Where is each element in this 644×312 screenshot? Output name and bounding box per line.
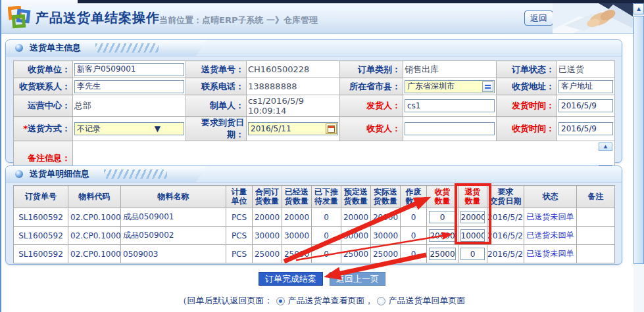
- returned-qty-input-0[interactable]: [460, 211, 485, 223]
- ship-time-input[interactable]: [558, 99, 613, 112]
- scroll-up-icon[interactable]: [633, 3, 644, 14]
- contact-phone-value: 138888888: [247, 78, 340, 95]
- cell-actual-qty: 20000: [371, 208, 401, 227]
- cell-returned-qty: [458, 208, 487, 227]
- label-delivery-no: 送货单号：: [186, 61, 247, 78]
- cell-returned-qty: [458, 245, 487, 263]
- required-date-value: 2016/5/11: [249, 124, 326, 133]
- table-row: SL1600592 02.CP0.10003 成品0509001 PCS 200…: [14, 208, 615, 227]
- received-qty-input-2[interactable]: [429, 248, 456, 260]
- delivery-method-value: 不记录: [75, 123, 130, 135]
- label-ship-time: 发货时间：: [497, 95, 557, 117]
- label-shipper: 发货人：: [340, 95, 403, 117]
- returned-qty-input-2[interactable]: [460, 248, 485, 260]
- cell-received-qty: [427, 227, 458, 245]
- page-scrollbar[interactable]: [633, 3, 644, 312]
- cell-unit: PCS: [226, 245, 253, 263]
- col-order-no: 订货单号: [14, 186, 68, 208]
- label-province-city: 所在省市县：: [340, 78, 403, 95]
- cell-pending-push-qty: 0: [312, 227, 341, 245]
- col-item-code: 物料代码: [68, 186, 121, 208]
- delivery-method-select[interactable]: 不记录: [74, 122, 184, 135]
- col-required-date: 要求 交货日期: [487, 186, 524, 208]
- cell-item-code: 02.CP0.10003: [68, 208, 121, 227]
- detail-section-title: 送货单明细信息: [30, 168, 89, 180]
- cell-contract-qty: 25000: [253, 245, 282, 263]
- cell-receiver-contact: [73, 78, 186, 95]
- cell-pending-push-qty: 0: [312, 245, 341, 263]
- detail-panel: 送货单明细信息 订货单号 物料代码 物料名称 计量 单位 合同订 货数量 已经送…: [5, 166, 622, 265]
- receiver-unit-input[interactable]: [74, 63, 184, 76]
- label-order-type: 订单类别：: [340, 61, 403, 78]
- cell-pending-push-qty: 0: [312, 208, 341, 227]
- cell-receive-time: [557, 117, 615, 141]
- cell-received-qty: [427, 208, 458, 227]
- cell-unit: PCS: [226, 208, 253, 227]
- cell-contract-qty: 20000: [253, 208, 282, 227]
- receive-time-input[interactable]: [558, 122, 613, 135]
- main-info-section-title: 送货单主信息: [30, 42, 81, 54]
- cell-required-date: 2016/5/27: [487, 227, 524, 245]
- radio-view-page[interactable]: [276, 297, 285, 305]
- receiver-contact-input[interactable]: [74, 80, 184, 93]
- cell-required-date: 2016/5/27: [487, 208, 524, 227]
- operation-center-value: 总部: [73, 95, 186, 117]
- col-contract-qty: 合同订 货数量: [253, 186, 282, 208]
- handshake-image: [553, 3, 633, 33]
- back-previous-button[interactable]: 返回上一页: [330, 272, 385, 286]
- col-planned-qty: 预定送 货数量: [341, 186, 371, 208]
- cell-remark: [577, 245, 615, 263]
- detail-section-header: 送货单明细信息: [6, 166, 622, 183]
- detail-table: 订货单号 物料代码 物料名称 计量 单位 合同订 货数量 已经送 货数量 已下推…: [13, 185, 615, 263]
- required-date-input[interactable]: 2016/5/11: [248, 122, 338, 135]
- col-unit: 计量 单位: [226, 186, 253, 208]
- radio-receipt-page[interactable]: [377, 297, 385, 305]
- region-picker-icon[interactable]: [482, 81, 493, 92]
- col-item-name: 物料名称: [121, 186, 226, 208]
- sphere-icon: [15, 170, 23, 178]
- cell-remark: [577, 227, 615, 245]
- cell-status: 已送货未回单: [524, 208, 577, 227]
- return-page-options: （回单后默认返回页面： 产品送货单查看页面， 产品送货单回单页面: [0, 295, 644, 307]
- scrollbar-thumb[interactable]: [633, 16, 644, 264]
- returned-qty-input-1[interactable]: [460, 229, 485, 242]
- cell-province-city: 广东省深圳市: [403, 78, 497, 95]
- delivery-method-label-text: 送货方式：: [28, 123, 70, 133]
- cell-status: 已送货未回单: [524, 227, 577, 245]
- cell-delivered-qty: 25000: [282, 245, 312, 263]
- footer-buttons: 订单完成结案 返回上一页: [0, 272, 644, 286]
- cell-item-code: 02.CP0.10004: [68, 227, 121, 245]
- cell-receiver-person: [403, 117, 497, 141]
- doc-maker-value: cs1/2016/5/9 10:09:14: [247, 95, 340, 117]
- label-doc-maker: 制单人：: [186, 95, 247, 117]
- option-view-label: 产品送货单查看页面，: [288, 295, 374, 307]
- label-receiver-contact: 收货联系人：: [14, 78, 73, 95]
- page-left-border: [0, 0, 1, 312]
- back-button[interactable]: 返回: [524, 11, 553, 26]
- complete-order-button[interactable]: 订单完成结案: [259, 272, 323, 286]
- cell-delivered-qty: 30000: [282, 227, 312, 245]
- order-status-value: 已送货: [557, 61, 615, 78]
- cell-planned-qty: 25000: [341, 245, 371, 263]
- textarea-scroll-up-icon[interactable]: [599, 143, 612, 151]
- cell-item-name: 成品0509002: [121, 227, 226, 245]
- main-info-form: 收货单位： 送货单号： CH160500228 订单类别： 销售出库 订单状态：…: [13, 60, 615, 175]
- shipper-input[interactable]: [405, 99, 495, 112]
- province-city-input[interactable]: 广东省深圳市: [405, 80, 495, 93]
- cell-planned-qty: 20000: [341, 208, 371, 227]
- cell-order-no: SL1600592: [14, 227, 68, 245]
- receiver-person-input[interactable]: [405, 122, 495, 135]
- cell-ship-time: [557, 95, 615, 117]
- label-required-date: 要求到货日期：: [186, 117, 247, 141]
- app-logo-icon: [8, 6, 32, 30]
- required-star: *: [23, 123, 28, 133]
- cell-required-date: 2016/5/11: [247, 117, 340, 141]
- cell-order-no: SL1600592: [14, 208, 68, 227]
- received-qty-input-1[interactable]: [429, 229, 456, 242]
- received-qty-input-0[interactable]: [429, 211, 456, 223]
- calendar-icon[interactable]: [326, 123, 337, 134]
- label-receive-time: 收货时间：: [497, 117, 557, 141]
- col-void-qty: 作废 数量: [401, 186, 427, 208]
- receive-address-input[interactable]: [558, 80, 613, 93]
- option-receipt-label: 产品送货单回单页面: [389, 295, 466, 307]
